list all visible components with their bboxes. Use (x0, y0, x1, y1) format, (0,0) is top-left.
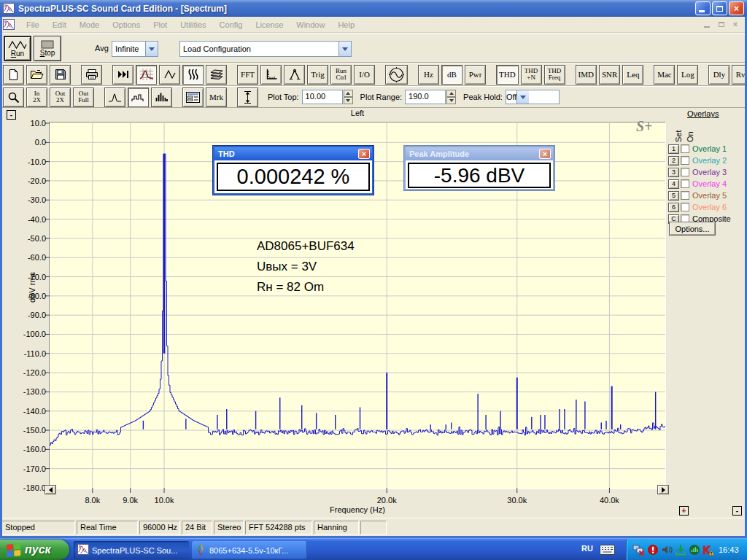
mdi-restore-button[interactable] (716, 19, 727, 29)
save-button[interactable] (50, 65, 71, 85)
db-units-button[interactable]: dB (441, 65, 462, 85)
peak-hold-select[interactable]: Off (506, 90, 560, 104)
waveform-view-button[interactable] (159, 65, 180, 85)
spectrum-view-button[interactable] (136, 65, 157, 85)
menu-help[interactable]: Help (331, 20, 361, 29)
peak-close-icon[interactable]: × (539, 149, 551, 159)
thd-window-titlebar[interactable]: THD × (214, 147, 372, 160)
zoom-out-axis-button[interactable]: - (732, 506, 742, 516)
menu-plot[interactable]: Plot (147, 20, 174, 29)
overlay-set-button-2[interactable]: 2 (668, 156, 679, 166)
display-options-button[interactable] (182, 88, 204, 107)
processing-button[interactable] (112, 65, 133, 85)
frequency-units-button[interactable]: Hz (418, 65, 439, 85)
taskbar-task-2[interactable]: 8065+634-5.5v-10кГ... (192, 541, 307, 559)
avg-dropdown-icon[interactable] (145, 42, 158, 56)
taskbar-task-1[interactable]: SpectraPLUS-SC Sou... (74, 541, 189, 559)
title-bar[interactable]: SpectraPLUS-SC Sound Card Edition - [Spe… (0, 0, 747, 17)
peak-window-titlebar[interactable]: Peak Amplitude × (406, 147, 553, 160)
overlays-options-button[interactable]: Options... (669, 222, 716, 236)
overlay-set-button-5[interactable]: 5 (668, 191, 679, 201)
line-plot-mode-button[interactable] (104, 88, 125, 107)
update-icon[interactable] (674, 544, 686, 556)
thd-window[interactable]: THD × 0.000242 % (213, 146, 374, 195)
menu-window[interactable]: Window (290, 20, 331, 29)
restore-button[interactable] (712, 1, 727, 15)
zoom-in-axis-button[interactable]: + (679, 506, 689, 516)
plot-range-field-spinner[interactable] (446, 90, 456, 104)
overlay-on-checkbox-2[interactable] (681, 156, 689, 165)
menu-config[interactable]: Config (213, 20, 249, 29)
media-player-icon[interactable] (646, 544, 659, 556)
run-control-button[interactable]: Run Ctrl (330, 65, 352, 85)
network-error-icon[interactable] (632, 544, 645, 556)
load-configuration-select[interactable]: Load Configuration (179, 41, 352, 57)
logging-button[interactable]: Log (677, 65, 698, 85)
calibration-button[interactable] (284, 65, 305, 85)
power-units-button[interactable]: Pwr (465, 65, 486, 85)
step-plot-mode-button[interactable] (128, 88, 149, 107)
overlay-set-button-1[interactable]: 1 (668, 144, 679, 154)
vertical-range-button[interactable] (237, 88, 258, 107)
keyboard-icon[interactable] (600, 545, 615, 556)
plot-range-field[interactable]: 190.0 (405, 90, 446, 104)
print-button[interactable] (81, 65, 102, 85)
menu-utilities[interactable]: Utilities (174, 20, 212, 29)
spectrogram-view-button[interactable] (182, 65, 204, 85)
mdi-minimize-button[interactable] (702, 19, 713, 29)
zoom-out-full-button[interactable]: Out Full (73, 88, 94, 107)
peak-hold-dropdown-icon[interactable] (516, 90, 529, 104)
trigger-button[interactable]: Trig (307, 65, 328, 85)
fft-settings-button[interactable]: FFT (237, 65, 258, 85)
overlay-on-checkbox-5[interactable] (681, 191, 689, 200)
thd-meter-button[interactable]: THD (496, 65, 519, 85)
overlays-title[interactable]: Overlays (668, 109, 747, 118)
menu-options[interactable]: Options (106, 20, 147, 29)
thd-close-icon[interactable]: × (358, 149, 370, 159)
menu-license[interactable]: License (249, 20, 290, 29)
avg-select[interactable]: Infinite (112, 41, 158, 57)
thd-n-meter-button[interactable]: THD +N (521, 65, 542, 85)
scroll-left-button[interactable] (44, 485, 56, 494)
mdi-close-button[interactable]: × (729, 19, 741, 29)
config-dropdown-icon[interactable] (338, 42, 351, 56)
overlay-on-checkbox-4[interactable] (681, 179, 689, 188)
overlay-set-button-3[interactable]: 3 (668, 168, 679, 177)
run-button[interactable]: Run (4, 36, 31, 61)
start-button[interactable]: пуск (0, 540, 69, 560)
zoom-in-2x-button[interactable]: In 2X (26, 88, 47, 107)
menu-file[interactable]: File (20, 20, 46, 29)
minimize-button[interactable] (695, 1, 711, 15)
plot-top-field[interactable]: 10.00 (302, 90, 343, 104)
antivirus-alert-icon[interactable] (702, 544, 714, 556)
thd-freq-meter-button[interactable]: THD Freq (544, 65, 565, 85)
signal-generator-button[interactable] (385, 65, 408, 85)
overlay-on-checkbox-3[interactable] (681, 168, 689, 176)
scaling-button[interactable] (260, 65, 282, 85)
peak-amplitude-window[interactable]: Peak Amplitude × -5.96 dBV (404, 146, 554, 190)
io-device-button[interactable]: I/O (354, 65, 375, 85)
zoom-out-2x-button[interactable]: Out 2X (50, 88, 71, 107)
language-indicator[interactable]: RU (581, 544, 593, 553)
overlay-on-checkbox-6[interactable] (681, 203, 689, 211)
overlay-set-button-4[interactable]: 4 (668, 179, 679, 189)
menu-mode[interactable]: Mode (73, 20, 107, 29)
plot-top-field-spinner[interactable] (344, 90, 353, 104)
menu-edit[interactable]: Edit (46, 20, 73, 29)
overlay-on-checkbox-1[interactable] (681, 144, 689, 153)
leq-meter-button[interactable]: Leq (622, 65, 643, 85)
surface-view-button[interactable] (206, 65, 227, 85)
markers-button[interactable]: Mrk (206, 88, 227, 107)
close-button[interactable]: × (729, 1, 744, 15)
overlay-set-button-6[interactable]: 6 (668, 203, 679, 212)
imd-meter-button[interactable]: IMD (576, 65, 597, 85)
delay-finder-button[interactable]: Dly (708, 65, 729, 85)
volume-icon[interactable] (660, 544, 673, 556)
open-button[interactable] (26, 65, 47, 85)
stop-button[interactable]: Stop (34, 36, 61, 61)
snr-meter-button[interactable]: SNR (599, 65, 620, 85)
network-activity-icon[interactable] (688, 544, 700, 556)
macro-button[interactable]: Mac (654, 65, 675, 85)
bar-plot-mode-button[interactable] (151, 88, 172, 107)
zoom-button[interactable] (3, 88, 24, 107)
